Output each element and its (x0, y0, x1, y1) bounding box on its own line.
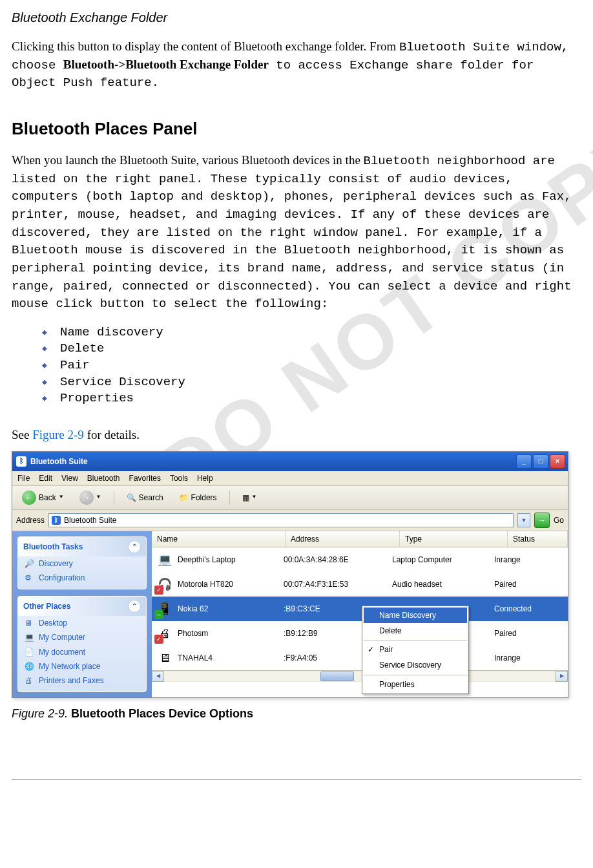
device-status: Inrange (489, 555, 568, 565)
search-label: Search (139, 492, 163, 503)
panel-title: Bluetooth Tasks (23, 542, 83, 552)
sidebar-item-discovery[interactable]: 🔎 Discovery (18, 556, 146, 571)
address-dropdown-button[interactable]: ▼ (517, 513, 530, 527)
back-button[interactable]: ← Back ▼ (16, 488, 70, 507)
views-button[interactable]: ▦ ▼ (236, 490, 263, 505)
close-button[interactable]: × (550, 454, 565, 469)
sidebar-panel-bluetooth-tasks: Bluetooth Tasks ⌃ 🔎 Discovery ⚙ Configur… (17, 536, 147, 589)
menu-bluetooth[interactable]: Bluetooth (87, 473, 120, 483)
device-name: TNAHAL4 (178, 653, 213, 663)
laptop-icon: 💻 (156, 551, 174, 569)
window-titlebar: ᛒ Bluetooth Suite _ □ × (12, 452, 568, 471)
panel-title: Other Places (23, 601, 70, 611)
col-header-name[interactable]: Name (152, 531, 286, 547)
text-bold: Bluetooth->Bluetooth Exchange Folder (63, 58, 269, 71)
dropdown-icon: ▼ (59, 494, 64, 501)
device-type: Laptop Computer (387, 555, 489, 565)
forward-arrow-icon: → (79, 491, 94, 505)
menu-separator (364, 640, 467, 640)
minimize-button[interactable]: _ (516, 454, 532, 469)
search-button[interactable]: 🔍 Search (121, 490, 169, 505)
menu-help[interactable]: Help (197, 473, 213, 483)
col-header-status[interactable]: Status (508, 531, 568, 547)
desktop-icon: 🖥 (156, 649, 174, 667)
figure-caption: Figure 2-9. Bluetooth Places Device Opti… (12, 706, 581, 721)
folders-button[interactable]: 📁 Folders (173, 490, 223, 505)
menubar: File Edit View Bluetooth Favorites Tools… (12, 471, 568, 486)
screenshot-bluetooth-suite: ᛒ Bluetooth Suite _ □ × File Edit View B… (12, 451, 568, 699)
context-menu-name-discovery[interactable]: Name Discovery (364, 608, 467, 623)
menu-file[interactable]: File (17, 473, 30, 483)
menu-tools[interactable]: Tools (170, 473, 188, 483)
context-menu-pair[interactable]: Pair (364, 642, 467, 657)
list-item: Service Discovery (60, 374, 581, 391)
context-menu-delete[interactable]: Delete (364, 623, 467, 639)
device-address: 00:0A:3A:84:28:6E (278, 555, 387, 565)
sidebar-item-label: My document (39, 647, 85, 657)
see-figure-line: See Figure 2-9 for details. (12, 427, 581, 443)
collapse-icon[interactable]: ⌃ (128, 600, 141, 613)
views-icon: ▦ (242, 492, 249, 503)
connected-badge-icon: ↔ (154, 610, 163, 619)
figure-title: Bluetooth Places Device Options (71, 707, 253, 720)
device-row[interactable]: 🎧✓Motorola HT820 00:07:A4:F3:1E:53 Audio… (152, 572, 568, 597)
heading-bluetooth-places-panel: Bluetooth Places Panel (12, 118, 581, 140)
device-status: Connected (489, 604, 568, 614)
sidebar-item-label: My Computer (39, 632, 85, 642)
search-icon: 🔍 (127, 492, 136, 503)
col-header-address[interactable]: Address (286, 531, 400, 547)
toolbar: ← Back ▼ → ▼ 🔍 Search 📁 Folders ▦ ▼ (12, 486, 568, 510)
sidebar-item-configuration[interactable]: ⚙ Configuration (18, 571, 146, 585)
device-row-selected[interactable]: 📱↔Nokia 62 :B9:C3:CE Cellular phone Conn… (152, 597, 568, 621)
device-type: Audio headset (387, 579, 489, 589)
horizontal-scrollbar[interactable]: ◀ ▶ (152, 670, 568, 682)
sidebar-item-desktop[interactable]: 🖥Desktop (18, 616, 146, 630)
sidebar-item-label: Printers and Faxes (39, 675, 104, 686)
device-name: Nokia 62 (178, 604, 208, 614)
paired-badge-icon: ✓ (154, 635, 163, 644)
sidebar-item-my-computer[interactable]: 💻My Computer (18, 630, 146, 644)
context-menu-service-discovery[interactable]: Service Discovery (364, 657, 467, 673)
device-row[interactable]: 💻Deepthi's Laptop 00:0A:3A:84:28:6E Lapt… (152, 547, 568, 572)
back-arrow-icon: ← (22, 491, 36, 505)
scroll-left-button[interactable]: ◀ (152, 671, 164, 682)
sidebar-item-label: Desktop (39, 618, 67, 628)
device-row[interactable]: 🖥TNAHAL4 :F9:A4:05 Desktop Computer Inra… (152, 646, 568, 670)
printer-icon: 🖨✓ (156, 624, 174, 642)
collapse-icon[interactable]: ⌃ (128, 540, 141, 553)
configuration-icon: ⚙ (25, 573, 35, 583)
device-row[interactable]: 🖨✓Photosm :B9:12:B9 Image printer Paired (152, 621, 568, 646)
figure-reference-link[interactable]: Figure 2-9 (32, 428, 84, 441)
device-status: Inrange (489, 653, 568, 663)
sidebar-item-printers-faxes[interactable]: 🖨Printers and Faxes (18, 673, 146, 688)
menu-edit[interactable]: Edit (39, 473, 52, 483)
text: When you launch the Bluetooth Suite, var… (12, 153, 364, 167)
text: See (12, 428, 32, 441)
device-name: Deepthi's Laptop (178, 555, 236, 565)
text: for details. (84, 428, 140, 441)
col-header-type[interactable]: Type (400, 531, 508, 547)
forward-button[interactable]: → ▼ (74, 488, 107, 507)
discovery-icon: 🔎 (25, 558, 35, 569)
scroll-thumb[interactable] (320, 672, 354, 681)
address-label: Address (16, 515, 45, 525)
separator (229, 491, 230, 505)
sidebar-item-my-document[interactable]: 📄My document (18, 645, 146, 659)
window-title: Bluetooth Suite (30, 456, 88, 467)
go-button[interactable]: → (534, 513, 550, 528)
maximize-button[interactable]: □ (533, 454, 548, 469)
scroll-right-button[interactable]: ▶ (556, 671, 568, 682)
address-field[interactable]: ᛒ Bluetooth Suite (48, 513, 514, 527)
printer-icon: 🖨 (25, 675, 35, 686)
figure-number: Figure 2-9. (12, 707, 71, 720)
headset-icon: 🎧✓ (156, 575, 174, 593)
paragraph-exchange-folder: Clicking this button to display the cont… (12, 38, 581, 92)
text-mono: Bluetooth neighborhood are listed on the… (12, 154, 572, 311)
menu-view[interactable]: View (61, 473, 78, 483)
sidebar-item-my-network-place[interactable]: 🌐My Network place (18, 659, 146, 673)
page-footer-rule (12, 779, 581, 780)
menu-favorites[interactable]: Favorites (129, 473, 161, 483)
context-menu-properties[interactable]: Properties (364, 677, 467, 692)
scroll-track[interactable] (164, 672, 556, 681)
device-list-pane: Name Address Type Status 💻Deepthi's Lapt… (152, 531, 568, 697)
